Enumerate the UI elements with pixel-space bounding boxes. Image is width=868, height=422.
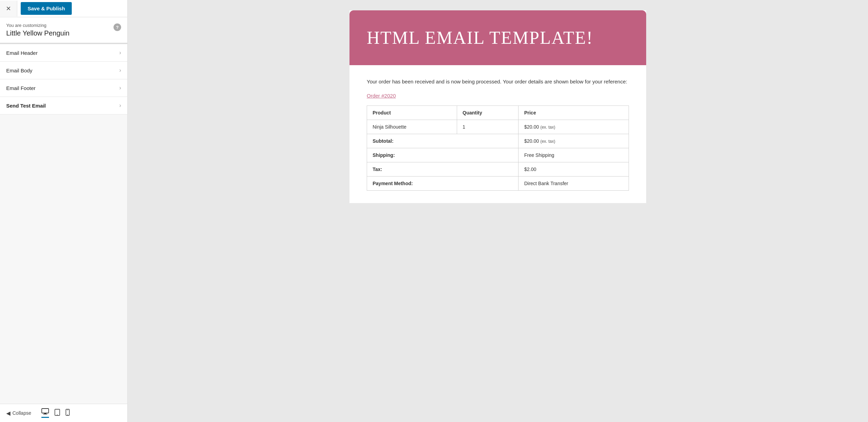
main-content: HTML EMAIL TEMPLATE! Your order has been… (128, 0, 868, 422)
customizing-name: Little Yellow Penguin (6, 29, 69, 37)
collapse-label: Collapse (12, 410, 31, 416)
tablet-view-icon[interactable] (55, 409, 60, 418)
sidebar: ✕ Save & Publish You are customizing Lit… (0, 0, 128, 422)
sidebar-item-label: Email Body (6, 68, 32, 73)
table-header-row: Product Quantity Price (367, 106, 629, 120)
sidebar-bottom: ◀ Collapse (0, 404, 127, 422)
collapse-arrow-icon: ◀ (6, 410, 10, 416)
subtotal-label: Subtotal: (367, 134, 519, 148)
close-icon: ✕ (6, 5, 11, 12)
sidebar-item-email-body[interactable]: Email Body › (0, 62, 127, 79)
table-row: Ninja Silhouette 1 $20.00 (ex. tax) (367, 120, 629, 134)
mobile-view-icon[interactable] (66, 409, 70, 418)
payment-method-label: Payment Method: (367, 177, 519, 191)
email-header-banner: HTML EMAIL TEMPLATE! (349, 10, 646, 65)
subtotal-row: Subtotal: $20.00 (ex. tax) (367, 134, 629, 148)
sidebar-nav: Email Header › Email Body › Email Footer… (0, 44, 127, 114)
price-header: Price (519, 106, 629, 120)
ex-tax-label: (ex. tax) (540, 125, 555, 130)
subtotal-value: $20.00 (ex. tax) (519, 134, 629, 148)
chevron-right-icon: › (119, 85, 121, 91)
email-header-title: HTML EMAIL TEMPLATE! (367, 28, 632, 48)
chevron-right-icon: › (119, 67, 121, 73)
chevron-right-icon: › (119, 50, 121, 56)
desktop-view-icon[interactable] (41, 408, 49, 418)
sidebar-item-email-footer[interactable]: Email Footer › (0, 79, 127, 97)
payment-method-row: Payment Method: Direct Bank Transfer (367, 177, 629, 191)
email-body: Your order has been received and is now … (349, 65, 646, 203)
product-header: Product (367, 106, 457, 120)
product-cell: Ninja Silhouette (367, 120, 457, 134)
svg-point-6 (67, 414, 68, 415)
customizing-text: You are customizing Little Yellow Pengui… (6, 23, 69, 37)
payment-method-value: Direct Bank Transfer (519, 177, 629, 191)
order-intro-text: Your order has been received and is now … (367, 78, 629, 86)
help-icon[interactable]: ? (114, 23, 121, 31)
customizing-section: You are customizing Little Yellow Pengui… (0, 17, 127, 44)
customizing-label: You are customizing (6, 23, 69, 28)
quantity-cell: 1 (457, 120, 519, 134)
sidebar-item-email-header[interactable]: Email Header › (0, 44, 127, 62)
svg-rect-7 (67, 410, 68, 410)
shipping-value: Free Shipping (519, 148, 629, 162)
save-publish-button[interactable]: Save & Publish (21, 2, 72, 15)
svg-point-4 (57, 414, 58, 415)
tax-label: Tax: (367, 162, 519, 177)
sidebar-header: ✕ Save & Publish (0, 0, 127, 17)
svg-rect-2 (43, 414, 47, 415)
svg-rect-0 (42, 409, 49, 413)
subtotal-ex-tax: (ex. tax) (540, 139, 555, 144)
sidebar-item-label: Email Header (6, 50, 38, 56)
price-cell: $20.00 (ex. tax) (519, 120, 629, 134)
sidebar-item-label: Send Test Email (6, 103, 46, 109)
quantity-header: Quantity (457, 106, 519, 120)
chevron-right-icon: › (119, 102, 121, 109)
shipping-label: Shipping: (367, 148, 519, 162)
collapse-button[interactable]: ◀ Collapse (6, 410, 31, 416)
order-table: Product Quantity Price Ninja Silhouette … (367, 106, 629, 191)
view-icons (41, 408, 70, 418)
sidebar-item-label: Email Footer (6, 85, 36, 91)
tax-row: Tax: $2.00 (367, 162, 629, 177)
email-preview: HTML EMAIL TEMPLATE! Your order has been… (349, 10, 646, 203)
tax-value: $2.00 (519, 162, 629, 177)
shipping-row: Shipping: Free Shipping (367, 148, 629, 162)
sidebar-item-send-test-email[interactable]: Send Test Email › (0, 97, 127, 114)
close-button[interactable]: ✕ (0, 1, 17, 17)
order-link[interactable]: Order #2020 (367, 93, 629, 99)
